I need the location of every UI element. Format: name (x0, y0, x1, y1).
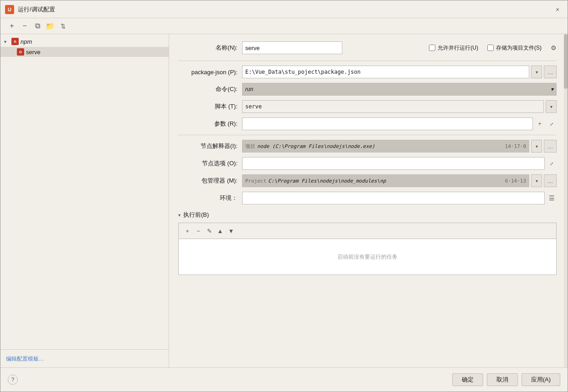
name-input[interactable] (242, 41, 342, 54)
run-debug-dialog: U 运行/调试配置 × + − ⧉ 📁 ⇅ ▾ n np (0, 0, 568, 392)
add-config-button[interactable]: + (7, 21, 17, 31)
help-button[interactable]: ? (8, 375, 18, 385)
package-json-dropdown-button[interactable]: ▾ (531, 66, 542, 78)
command-label: 命令(C): (178, 85, 238, 93)
params-label: 参数 (R): (178, 120, 238, 128)
command-dropdown-icon: ▾ (551, 86, 553, 92)
before-exec-title: 执行前(B) (183, 211, 209, 219)
chevron-down-icon: ▾ (4, 39, 10, 44)
exec-content: 启动前没有要运行的任务 (178, 239, 557, 275)
pkg-manager-field[interactable]: Project C:\Program Files\nodejs\node_mod… (242, 174, 529, 187)
params-expand-button[interactable]: ⤢ (547, 119, 557, 129)
npm-icon: n (11, 38, 19, 45)
pkg-manager-path: C:\Program Files\nodejs\node_modules\np (268, 178, 386, 184)
tree-group-label: npm (21, 38, 32, 45)
main-content: ▾ n npm n serve 编辑配置模板… (0, 34, 568, 367)
env-label: 环境： (178, 194, 238, 202)
before-exec-header[interactable]: ▾ 执行前(B) (178, 211, 557, 219)
script-field: ▾ (242, 100, 557, 113)
tree-item-serve[interactable]: n serve (0, 47, 169, 57)
node-interpreter-browse-button[interactable]: … (544, 140, 557, 153)
sort-icon: ⇅ (61, 23, 66, 30)
node-interpreter-field[interactable]: 项目 node (C:\Program Files\nodejs\node.ex… (242, 140, 529, 153)
allow-parallel-label: 允许并行运行(U) (438, 44, 478, 52)
name-row: 名称(N): 允许并行运行(U) 存储为项目文件(S) ⚙ (178, 41, 557, 54)
tree-group-npm[interactable]: ▾ n npm (0, 36, 169, 47)
params-field: + ⤢ (242, 117, 557, 130)
package-json-input[interactable] (242, 66, 529, 78)
command-select[interactable]: run ▾ (242, 83, 557, 96)
exec-add-button[interactable]: + (182, 226, 192, 236)
node-options-label: 节点选项 (O): (178, 159, 238, 168)
env-row: 环境： ☰ (178, 192, 557, 204)
copy-icon: ⧉ (35, 22, 40, 30)
sidebar-tree: ▾ n npm n serve (0, 34, 169, 349)
node-interpreter-dropdown-button[interactable]: ▾ (531, 140, 542, 153)
close-button[interactable]: × (554, 6, 561, 13)
bottom-buttons: 确定 取消 应用(A) (452, 373, 560, 386)
move-config-button[interactable]: 📁 (45, 21, 55, 31)
script-input[interactable] (242, 100, 544, 113)
name-label: 名称(N): (178, 44, 238, 52)
pkg-manager-version: 6·14·13 (505, 178, 526, 184)
apply-button[interactable]: 应用(A) (522, 373, 560, 386)
remove-config-button[interactable]: − (20, 21, 30, 31)
allow-parallel-checkbox[interactable] (429, 45, 435, 51)
add-icon: + (10, 22, 14, 30)
script-row: 脚本 (T): ▾ (178, 100, 557, 113)
pkg-manager-dropdown-button[interactable]: ▾ (531, 174, 542, 187)
node-options-field: ⤢ (242, 157, 557, 170)
cancel-button[interactable]: 取消 (487, 373, 518, 386)
exec-down-button[interactable]: ▼ (226, 226, 236, 236)
pkg-manager-field-group: Project C:\Program Files\nodejs\node_mod… (242, 174, 557, 187)
right-panel: 名称(N): 允许并行运行(U) 存储为项目文件(S) ⚙ (169, 34, 568, 367)
gear-icon[interactable]: ⚙ (551, 44, 557, 51)
exec-empty-text: 启动前没有要运行的任务 (337, 253, 398, 261)
folder-icon: 📁 (46, 22, 55, 31)
checkbox-group: 允许并行运行(U) 存储为项目文件(S) ⚙ (429, 44, 557, 52)
app-icon: U (5, 5, 14, 14)
env-table-button[interactable]: ☰ (547, 193, 557, 203)
package-json-label: package·json (P): (178, 69, 238, 76)
node-options-input[interactable] (242, 157, 545, 170)
params-row: 参数 (R): + ⤢ (178, 117, 557, 130)
confirm-button[interactable]: 确定 (452, 373, 483, 386)
bottom-bar: ? 确定 取消 应用(A) (0, 367, 568, 392)
script-dropdown-button[interactable]: ▾ (546, 100, 557, 113)
sort-config-button[interactable]: ⇅ (58, 21, 68, 31)
exec-remove-button[interactable]: − (193, 226, 203, 236)
node-version: 14·17·0 (505, 143, 526, 149)
pkg-manager-browse-button[interactable]: … (544, 174, 557, 187)
form-area: 名称(N): 允许并行运行(U) 存储为项目文件(S) ⚙ (169, 34, 568, 367)
pkg-manager-row: 包管理器 (M): Project C:\Program Files\nodej… (178, 174, 557, 187)
exec-edit-button[interactable]: ✎ (204, 226, 214, 236)
allow-parallel-item: 允许并行运行(U) (429, 44, 478, 52)
package-json-field: ▾ … (242, 66, 557, 78)
command-field: run ▾ (242, 83, 557, 96)
tree-item-label: serve (26, 49, 41, 56)
node-tag: 项目 (245, 143, 255, 150)
command-value: run (245, 86, 253, 92)
copy-config-button[interactable]: ⧉ (32, 21, 42, 31)
minus-icon: − (22, 22, 26, 30)
store-as-project-label: 存储为项目文件(S) (496, 44, 542, 52)
params-add-button[interactable]: + (535, 119, 545, 129)
store-as-project-checkbox[interactable] (487, 45, 494, 51)
sidebar-footer: 编辑配置模板… (0, 349, 169, 367)
exec-up-button[interactable]: ▲ (215, 226, 225, 236)
dialog-title: 运行/调试配置 (18, 5, 55, 14)
before-exec-chevron-icon: ▾ (178, 213, 181, 218)
package-json-row: package·json (P): ▾ … (178, 66, 557, 78)
node-interpreter-label: 节点解释器(I): (178, 142, 238, 150)
sidebar: ▾ n npm n serve 编辑配置模板… (0, 34, 169, 367)
node-options-expand-button[interactable]: ⤢ (547, 158, 557, 168)
script-label: 脚本 (T): (178, 102, 238, 111)
edit-template-link[interactable]: 编辑配置模板… (6, 356, 44, 362)
npm-item-icon: n (17, 48, 24, 56)
env-input[interactable] (242, 192, 545, 204)
config-toolbar: + − ⧉ 📁 ⇅ (0, 18, 568, 34)
params-input[interactable] (242, 117, 533, 130)
package-json-browse-button[interactable]: … (544, 66, 557, 78)
pkg-manager-tag: Project (245, 178, 266, 184)
node-interpreter-field-group: 项目 node (C:\Program Files\nodejs\node.ex… (242, 140, 557, 153)
